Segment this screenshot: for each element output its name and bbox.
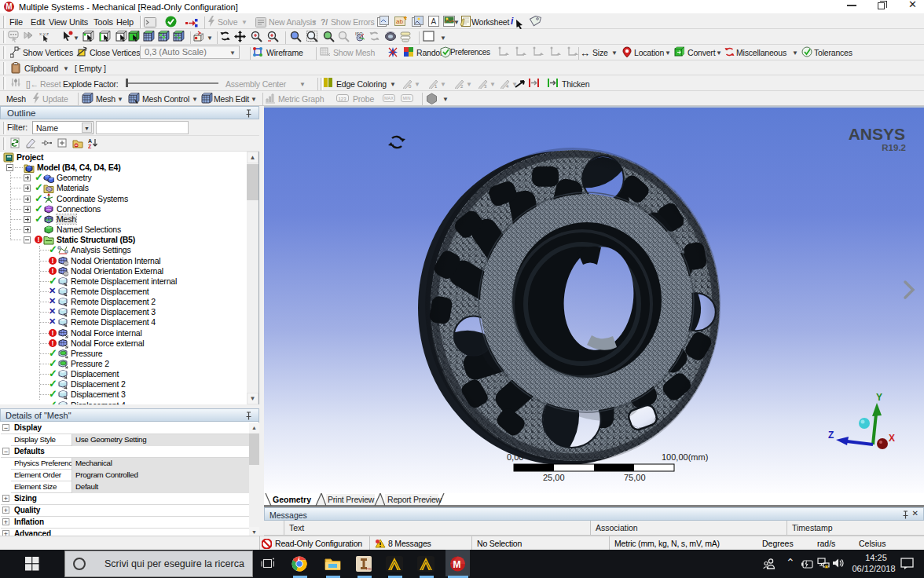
svg-text:0: 0: [409, 84, 412, 89]
svg-text:A: A: [431, 17, 437, 26]
svg-text:MIN: MIN: [403, 96, 411, 101]
svg-text:MAX: MAX: [384, 96, 394, 101]
svg-text:0,00: 0,00: [507, 452, 523, 462]
svg-text:1: 1: [434, 84, 438, 89]
svg-text:25,00: 25,00: [543, 473, 565, 482]
svg-text:3: 3: [484, 84, 487, 89]
svg-text:PRO: PRO: [366, 567, 372, 571]
svg-text:123: 123: [339, 97, 347, 101]
svg-text:Z: Z: [88, 144, 92, 149]
svg-text:M: M: [453, 559, 461, 570]
svg-text:Y: Y: [876, 392, 882, 403]
svg-text:x,y,z: x,y,z: [39, 31, 49, 36]
svg-text:R19.2: R19.2: [882, 143, 906, 152]
svg-text:Z: Z: [828, 430, 834, 441]
svg-text:75,00: 75,00: [624, 473, 646, 482]
svg-text:2: 2: [460, 84, 464, 89]
svg-text:X: X: [889, 433, 895, 444]
svg-text:100,00(mm): 100,00(mm): [662, 452, 708, 462]
svg-text:ANSYS: ANSYS: [849, 125, 905, 143]
svg-text:A: A: [88, 138, 92, 144]
svg-text:ab: ab: [396, 18, 403, 25]
svg-text:4: 4: [506, 84, 509, 89]
